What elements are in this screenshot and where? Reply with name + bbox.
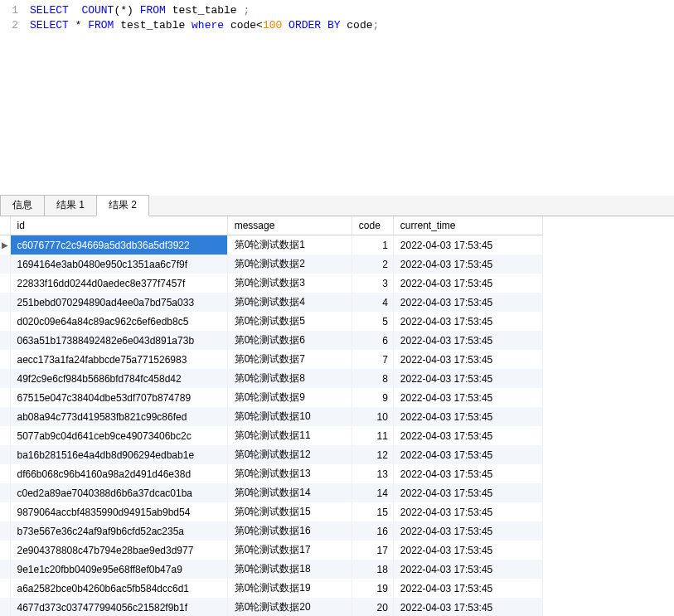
cell-current_time[interactable]: 2022-04-03 17:53:45: [393, 521, 542, 541]
table-row[interactable]: 4677d373c037477994056c21582f9b1f第0轮测试数据2…: [0, 598, 543, 616]
cell-code[interactable]: 13: [352, 464, 393, 483]
cell-current_time[interactable]: 2022-04-03 17:53:45: [393, 560, 542, 579]
table-row[interactable]: 063a51b17388492482e6e043d891a73b第0轮测试数据6…: [0, 331, 543, 350]
cell-message[interactable]: 第0轮测试数据5: [227, 312, 352, 331]
column-header-current_time[interactable]: current_time: [393, 216, 542, 235]
cell-current_time[interactable]: 2022-04-03 17:53:45: [393, 483, 542, 502]
cell-current_time[interactable]: 2022-04-03 17:53:45: [393, 598, 542, 616]
cell-current_time[interactable]: 2022-04-03 17:53:45: [393, 407, 542, 426]
cell-code[interactable]: 3: [352, 274, 393, 293]
cell-message[interactable]: 第0轮测试数据4: [227, 293, 352, 312]
cell-current_time[interactable]: 2022-04-03 17:53:45: [393, 255, 542, 274]
cell-message[interactable]: 第0轮测试数据18: [227, 560, 352, 579]
code-text[interactable]: SELECT COUNT(*) FROM test_table ;: [30, 3, 250, 18]
table-row[interactable]: a6a2582bce0b4260b6ac5fb584dcc6d1第0轮测试数据1…: [0, 579, 543, 598]
cell-code[interactable]: 18: [352, 560, 393, 579]
cell-current_time[interactable]: 2022-04-03 17:53:45: [393, 331, 542, 350]
cell-message[interactable]: 第0轮测试数据11: [227, 426, 352, 445]
cell-id[interactable]: 251bebd070294890ad4ee0a7bd75a033: [10, 293, 227, 312]
table-row[interactable]: 251bebd070294890ad4ee0a7bd75a033第0轮测试数据4…: [0, 293, 543, 312]
cell-id[interactable]: 9879064accbf4835990d94915ab9bd54: [10, 502, 227, 521]
tab-0[interactable]: 信息: [0, 195, 45, 216]
cell-id[interactable]: 22833f16dd0244d0aedec8e377f7457f: [10, 274, 227, 293]
cell-code[interactable]: 20: [352, 598, 393, 616]
cell-code[interactable]: 15: [352, 502, 393, 521]
table-row[interactable]: 1694164e3ab0480e950c1351aa6c7f9f第0轮测试数据2…: [0, 255, 543, 274]
cell-id[interactable]: aecc173a1fa24fabbcde75a771526983: [10, 350, 227, 369]
table-row[interactable]: ba16b281516e4a4db8d906294edbab1e第0轮测试数据1…: [0, 445, 543, 464]
cell-message[interactable]: 第0轮测试数据15: [227, 502, 352, 521]
cell-code[interactable]: 4: [352, 293, 393, 312]
code-text[interactable]: SELECT * FROM test_table where code<100 …: [30, 18, 379, 33]
cell-code[interactable]: 2: [352, 255, 393, 274]
cell-current_time[interactable]: 2022-04-03 17:53:45: [393, 579, 542, 598]
cell-message[interactable]: 第0轮测试数据7: [227, 350, 352, 369]
cell-id[interactable]: 063a51b17388492482e6e043d891a73b: [10, 331, 227, 350]
editor-blank-area[interactable]: [0, 35, 674, 196]
cell-id[interactable]: 49f2c9e6cf984b5686bfd784fc458d42: [10, 369, 227, 388]
cell-id[interactable]: 5077ab9c04d641ceb9ce49073406bc2c: [10, 426, 227, 445]
table-row[interactable]: ab08a94c773d419583fb821c99c86fed第0轮测试数据1…: [0, 407, 543, 426]
cell-code[interactable]: 1: [352, 235, 393, 255]
cell-code[interactable]: 19: [352, 579, 393, 598]
cell-code[interactable]: 8: [352, 369, 393, 388]
cell-code[interactable]: 6: [352, 331, 393, 350]
cell-code[interactable]: 7: [352, 350, 393, 369]
editor-line[interactable]: 2SELECT * FROM test_table where code<100…: [0, 18, 674, 33]
cell-current_time[interactable]: 2022-04-03 17:53:45: [393, 369, 542, 388]
editor-line[interactable]: 1SELECT COUNT(*) FROM test_table ;: [0, 3, 674, 18]
cell-message[interactable]: 第0轮测试数据2: [227, 255, 352, 274]
cell-code[interactable]: 10: [352, 407, 393, 426]
cell-code[interactable]: 11: [352, 426, 393, 445]
column-header-id[interactable]: id: [10, 216, 227, 235]
table-row[interactable]: b73e567e36c24af9af9b6cfd52ac235a第0轮测试数据1…: [0, 521, 543, 541]
cell-code[interactable]: 5: [352, 312, 393, 331]
cell-current_time[interactable]: 2022-04-03 17:53:45: [393, 445, 542, 464]
cell-current_time[interactable]: 2022-04-03 17:53:45: [393, 541, 542, 560]
cell-id[interactable]: a6a2582bce0b4260b6ac5fb584dcc6d1: [10, 579, 227, 598]
cell-message[interactable]: 第0轮测试数据3: [227, 274, 352, 293]
cell-message[interactable]: 第0轮测试数据17: [227, 541, 352, 560]
cell-message[interactable]: 第0轮测试数据14: [227, 483, 352, 502]
table-row[interactable]: 49f2c9e6cf984b5686bfd784fc458d42第0轮测试数据8…: [0, 369, 543, 388]
column-header-message[interactable]: message: [227, 216, 352, 235]
cell-current_time[interactable]: 2022-04-03 17:53:45: [393, 464, 542, 483]
cell-code[interactable]: 16: [352, 521, 393, 541]
tab-1[interactable]: 结果 1: [44, 195, 97, 216]
cell-current_time[interactable]: 2022-04-03 17:53:45: [393, 388, 542, 407]
cell-message[interactable]: 第0轮测试数据20: [227, 598, 352, 616]
cell-current_time[interactable]: 2022-04-03 17:53:45: [393, 235, 542, 255]
table-row[interactable]: ▶c6076777c2c94669a5d3db36a5df3922第0轮测试数据…: [0, 235, 543, 255]
cell-message[interactable]: 第0轮测试数据8: [227, 369, 352, 388]
cell-id[interactable]: d020c09e64a84c89ac962c6ef6edb8c5: [10, 312, 227, 331]
cell-code[interactable]: 17: [352, 541, 393, 560]
cell-message[interactable]: 第0轮测试数据16: [227, 521, 352, 541]
cell-id[interactable]: 1694164e3ab0480e950c1351aa6c7f9f: [10, 255, 227, 274]
cell-current_time[interactable]: 2022-04-03 17:53:45: [393, 274, 542, 293]
cell-id[interactable]: ab08a94c773d419583fb821c99c86fed: [10, 407, 227, 426]
table-row[interactable]: aecc173a1fa24fabbcde75a771526983第0轮测试数据7…: [0, 350, 543, 369]
column-header-code[interactable]: code: [352, 216, 393, 235]
cell-id[interactable]: b73e567e36c24af9af9b6cfd52ac235a: [10, 521, 227, 541]
cell-message[interactable]: 第0轮测试数据19: [227, 579, 352, 598]
sql-editor[interactable]: 1SELECT COUNT(*) FROM test_table ;2SELEC…: [0, 0, 674, 35]
cell-message[interactable]: 第0轮测试数据9: [227, 388, 352, 407]
table-row[interactable]: 67515e047c38404dbe53df707b874789第0轮测试数据9…: [0, 388, 543, 407]
tab-2[interactable]: 结果 2: [96, 195, 149, 216]
results-table[interactable]: idmessagecodecurrent_time ▶c6076777c2c94…: [0, 216, 543, 616]
cell-current_time[interactable]: 2022-04-03 17:53:45: [393, 350, 542, 369]
cell-id[interactable]: 2e904378808c47b794e28bae9ed3d977: [10, 541, 227, 560]
table-row[interactable]: 2e904378808c47b794e28bae9ed3d977第0轮测试数据1…: [0, 541, 543, 560]
table-row[interactable]: 9e1e1c20fbb0409e95e68ff8ef0b47a9第0轮测试数据1…: [0, 560, 543, 579]
table-row[interactable]: 5077ab9c04d641ceb9ce49073406bc2c第0轮测试数据1…: [0, 426, 543, 445]
cell-id[interactable]: 9e1e1c20fbb0409e95e68ff8ef0b47a9: [10, 560, 227, 579]
cell-current_time[interactable]: 2022-04-03 17:53:45: [393, 426, 542, 445]
table-row[interactable]: 9879064accbf4835990d94915ab9bd54第0轮测试数据1…: [0, 502, 543, 521]
cell-id[interactable]: c6076777c2c94669a5d3db36a5df3922: [10, 235, 227, 255]
cell-code[interactable]: 9: [352, 388, 393, 407]
table-row[interactable]: 22833f16dd0244d0aedec8e377f7457f第0轮测试数据3…: [0, 274, 543, 293]
cell-current_time[interactable]: 2022-04-03 17:53:45: [393, 293, 542, 312]
cell-code[interactable]: 12: [352, 445, 393, 464]
cell-current_time[interactable]: 2022-04-03 17:53:45: [393, 502, 542, 521]
cell-code[interactable]: 14: [352, 483, 393, 502]
